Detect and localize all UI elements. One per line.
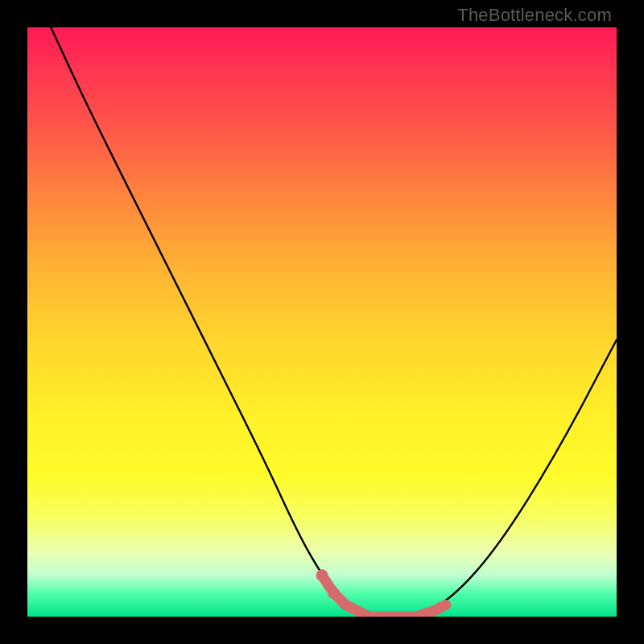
marker-dot: [328, 587, 340, 599]
bottleneck-curve: [27, 27, 617, 617]
curve-markers: [316, 569, 446, 617]
attribution-label: TheBottleneck.com: [457, 5, 612, 26]
marker-dot: [316, 569, 328, 581]
marker-segment: [322, 576, 446, 617]
chart-plot-area: [27, 27, 617, 617]
curve-line: [51, 27, 617, 617]
